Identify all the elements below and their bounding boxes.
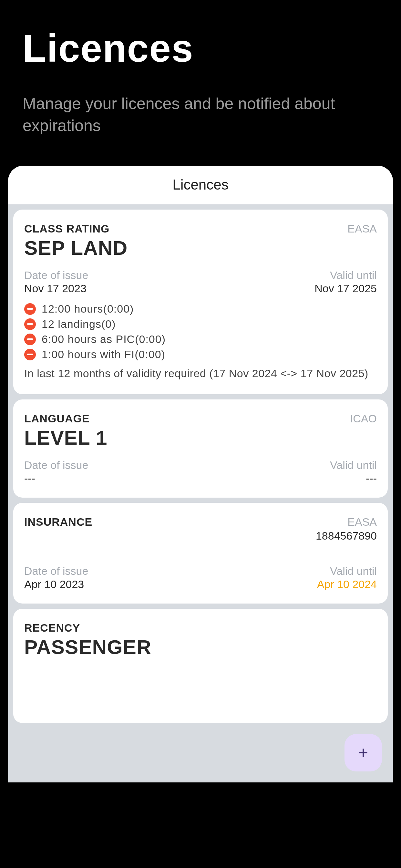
licence-category: CLASS RATING — [24, 222, 127, 235]
valid-date: Nov 17 2025 — [314, 282, 377, 295]
requirement-text: 6:00 hours as PIC(0:00) — [42, 333, 166, 345]
valid-date: Apr 10 2024 — [317, 578, 377, 591]
licence-card[interactable]: INSURANCE EASA 1884567890 Date of issue … — [13, 503, 388, 603]
page-title: Licences — [23, 26, 378, 70]
issue-date: Nov 17 2023 — [24, 282, 88, 295]
issue-date: --- — [24, 472, 88, 485]
requirement-row: 12 landings(0) — [24, 318, 377, 330]
licence-authority: EASA — [316, 516, 377, 528]
valid-label: Valid until — [330, 459, 377, 471]
requirement-text: 12 landings(0) — [42, 318, 116, 330]
issue-date: Apr 10 2023 — [24, 578, 88, 591]
licence-number: 1884567890 — [316, 530, 377, 542]
card-header: RECENCY PASSENGER — [24, 622, 377, 658]
licence-card[interactable]: LANGUAGE LEVEL 1 ICAO Date of issue --- … — [13, 399, 388, 498]
licence-authority: EASA — [347, 222, 377, 235]
add-licence-button[interactable]: + — [344, 734, 382, 771]
requirement-row: 6:00 hours as PIC(0:00) — [24, 333, 377, 345]
requirement-note: In last 12 months of validity required (… — [24, 366, 377, 381]
card-header: CLASS RATING SEP LAND EASA — [24, 222, 377, 259]
issue-label: Date of issue — [24, 459, 88, 471]
issue-label: Date of issue — [24, 565, 88, 578]
requirement-text: 12:00 hours(0:00) — [42, 303, 134, 315]
minus-circle-icon — [24, 318, 36, 330]
licence-authority: ICAO — [350, 412, 377, 425]
licence-category: LANGUAGE — [24, 412, 107, 425]
valid-date: --- — [330, 472, 377, 485]
card-header: INSURANCE EASA 1884567890 — [24, 516, 377, 542]
licence-title: LEVEL 1 — [24, 426, 107, 449]
page-subtitle: Manage your licences and be notified abo… — [23, 93, 378, 136]
issue-label: Date of issue — [24, 269, 88, 282]
card-header: LANGUAGE LEVEL 1 ICAO — [24, 412, 377, 449]
licence-card[interactable]: CLASS RATING SEP LAND EASA Date of issue… — [13, 210, 388, 394]
licence-list[interactable]: CLASS RATING SEP LAND EASA Date of issue… — [8, 205, 393, 782]
licence-card[interactable]: RECENCY PASSENGER — [13, 609, 388, 723]
minus-circle-icon — [24, 349, 36, 361]
valid-label: Valid until — [314, 269, 377, 282]
licence-category: INSURANCE — [24, 516, 92, 528]
licences-panel: Licences CLASS RATING SEP LAND EASA Date… — [8, 166, 393, 782]
dates-row: Date of issue Apr 10 2023 Valid until Ap… — [24, 565, 377, 591]
requirement-row: 1:00 hours with FI(0:00) — [24, 348, 377, 361]
plus-icon: + — [359, 743, 368, 763]
licence-title: SEP LAND — [24, 237, 127, 259]
licence-category: RECENCY — [24, 622, 151, 634]
requirement-row: 12:00 hours(0:00) — [24, 303, 377, 315]
licence-title: PASSENGER — [24, 636, 151, 658]
valid-label: Valid until — [317, 565, 377, 578]
requirements: 12:00 hours(0:00) 12 landings(0) 6:00 ho… — [24, 303, 377, 381]
requirement-text: 1:00 hours with FI(0:00) — [42, 348, 165, 361]
dates-row: Date of issue --- Valid until --- — [24, 459, 377, 485]
dates-row: Date of issue Nov 17 2023 Valid until No… — [24, 269, 377, 295]
minus-circle-icon — [24, 303, 36, 315]
panel-header: Licences — [8, 166, 393, 205]
hero: Licences Manage your licences and be not… — [0, 0, 401, 156]
minus-circle-icon — [24, 334, 36, 345]
